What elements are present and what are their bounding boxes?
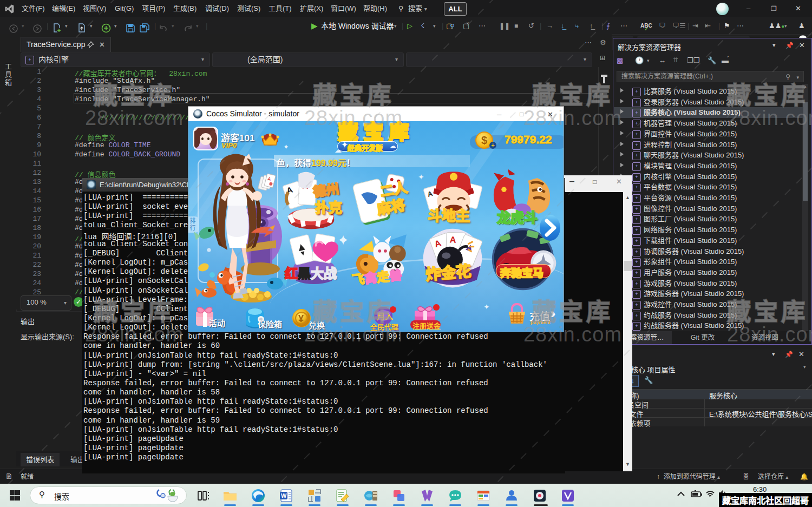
svg-text:¥: ¥ — [298, 313, 304, 324]
svg-text:W: W — [281, 492, 287, 499]
svg-text:A: A — [449, 234, 456, 244]
svg-text:月入: 月入 — [376, 312, 393, 321]
